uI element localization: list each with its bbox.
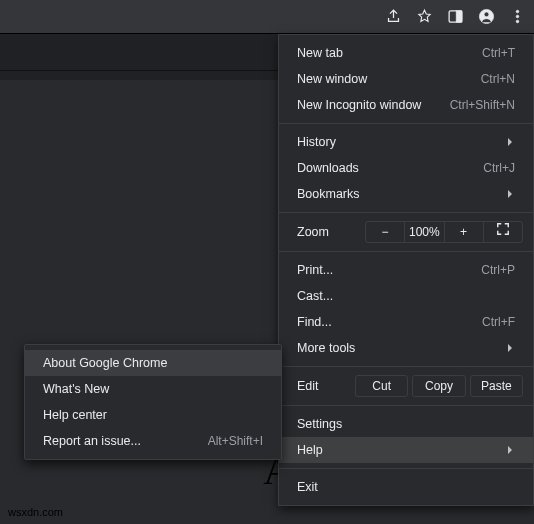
menu-item-label: Print... — [297, 263, 333, 277]
star-icon[interactable] — [416, 8, 433, 25]
menu-item-shortcut: Alt+Shift+I — [208, 434, 263, 448]
zoom-out-button[interactable]: − — [366, 222, 405, 242]
menu-item-label: Help — [297, 443, 323, 457]
edit-label: Edit — [297, 379, 351, 393]
menu-item-shortcut: Ctrl+J — [483, 161, 515, 175]
menu-item-label: About Google Chrome — [43, 356, 167, 370]
menu-separator — [279, 366, 533, 367]
menu-item-label: New window — [297, 72, 367, 86]
menu-item-shortcut: Ctrl+Shift+N — [450, 98, 515, 112]
menu-item-label: What's New — [43, 382, 109, 396]
menu-cast[interactable]: Cast... — [279, 283, 533, 309]
svg-point-6 — [516, 20, 519, 23]
menu-item-label: Bookmarks — [297, 187, 360, 201]
menu-new-incognito[interactable]: New Incognito window Ctrl+Shift+N — [279, 92, 533, 118]
menu-item-shortcut: Ctrl+F — [482, 315, 515, 329]
help-submenu: About Google Chrome What's New Help cent… — [24, 344, 282, 460]
menu-item-label: Settings — [297, 417, 342, 431]
menu-item-label: New Incognito window — [297, 98, 421, 112]
more-vert-icon[interactable] — [509, 8, 526, 25]
submenu-report-issue[interactable]: Report an issue... Alt+Shift+I — [25, 428, 281, 454]
menu-history[interactable]: History — [279, 129, 533, 155]
menu-item-label: Cast... — [297, 289, 333, 303]
menu-settings[interactable]: Settings — [279, 411, 533, 437]
menu-exit[interactable]: Exit — [279, 474, 533, 500]
svg-rect-1 — [456, 11, 462, 22]
chevron-right-icon — [505, 445, 515, 455]
menu-item-label: Find... — [297, 315, 332, 329]
menu-bookmarks[interactable]: Bookmarks — [279, 181, 533, 207]
zoom-label: Zoom — [297, 225, 365, 239]
side-panel-icon[interactable] — [447, 8, 464, 25]
svg-point-4 — [516, 10, 519, 13]
menu-separator — [279, 212, 533, 213]
zoom-in-button[interactable]: + — [445, 222, 484, 242]
menu-item-label: More tools — [297, 341, 355, 355]
share-icon[interactable] — [385, 8, 402, 25]
edit-paste-button[interactable]: Paste — [470, 375, 523, 397]
submenu-whats-new[interactable]: What's New — [25, 376, 281, 402]
menu-downloads[interactable]: Downloads Ctrl+J — [279, 155, 533, 181]
fullscreen-icon — [496, 222, 510, 236]
chevron-right-icon — [505, 189, 515, 199]
menu-item-label: Exit — [297, 480, 318, 494]
browser-toolbar — [0, 0, 534, 34]
profile-icon[interactable] — [478, 8, 495, 25]
svg-point-3 — [484, 12, 489, 17]
menu-separator — [279, 405, 533, 406]
source-watermark: wsxdn.com — [8, 506, 63, 518]
menu-more-tools[interactable]: More tools — [279, 335, 533, 361]
svg-point-5 — [516, 15, 519, 18]
menu-item-label: Downloads — [297, 161, 359, 175]
menu-item-shortcut: Ctrl+N — [481, 72, 515, 86]
chevron-right-icon — [505, 137, 515, 147]
menu-item-shortcut: Ctrl+P — [481, 263, 515, 277]
edit-cut-button[interactable]: Cut — [355, 375, 408, 397]
chrome-main-menu: New tab Ctrl+T New window Ctrl+N New Inc… — [278, 34, 534, 506]
submenu-help-center[interactable]: Help center — [25, 402, 281, 428]
submenu-about-chrome[interactable]: About Google Chrome — [25, 350, 281, 376]
menu-item-label: New tab — [297, 46, 343, 60]
menu-separator — [279, 468, 533, 469]
menu-new-tab[interactable]: New tab Ctrl+T — [279, 40, 533, 66]
menu-new-window[interactable]: New window Ctrl+N — [279, 66, 533, 92]
menu-edit: Edit Cut Copy Paste — [279, 372, 533, 400]
zoom-controls: − 100% + — [365, 221, 523, 243]
edit-copy-button[interactable]: Copy — [412, 375, 465, 397]
menu-item-shortcut: Ctrl+T — [482, 46, 515, 60]
menu-item-label: History — [297, 135, 336, 149]
fullscreen-button[interactable] — [484, 222, 522, 242]
menu-help[interactable]: Help — [279, 437, 533, 463]
menu-zoom: Zoom − 100% + — [279, 218, 533, 246]
menu-separator — [279, 123, 533, 124]
menu-find[interactable]: Find... Ctrl+F — [279, 309, 533, 335]
menu-item-label: Report an issue... — [43, 434, 141, 448]
zoom-value: 100% — [405, 222, 444, 242]
menu-separator — [279, 251, 533, 252]
chevron-right-icon — [505, 343, 515, 353]
menu-print[interactable]: Print... Ctrl+P — [279, 257, 533, 283]
menu-item-label: Help center — [43, 408, 107, 422]
